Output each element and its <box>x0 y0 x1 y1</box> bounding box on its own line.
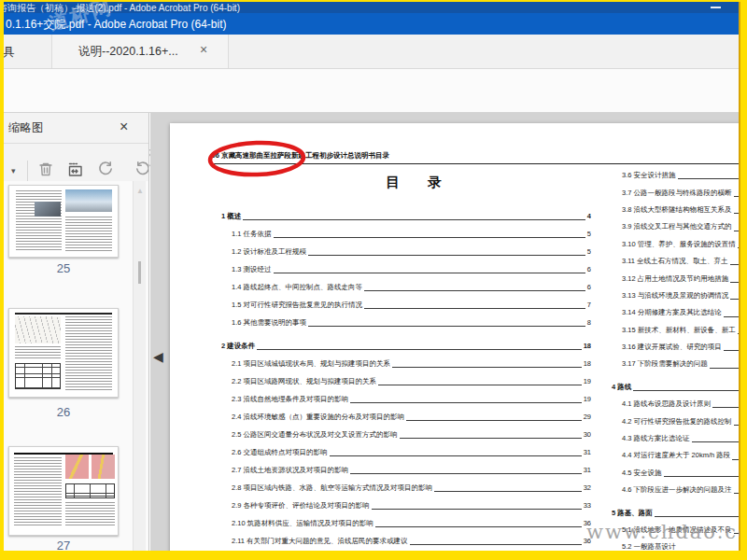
delete-pages-icon[interactable] <box>35 159 56 179</box>
rotate-counterclockwise-icon[interactable] <box>95 159 116 179</box>
toc-entry-page: 7 <box>587 301 591 309</box>
toc-entry[interactable]: 2.7 沿线土地资源状况及对项目的影响31 <box>221 461 591 479</box>
tab-close-icon[interactable]: × <box>200 42 207 57</box>
toc-entry-label: 3.15 新技术、新材料、新设备、新工 <box>622 326 736 335</box>
toc-entry[interactable]: 1.3 测设经过6 <box>221 260 591 278</box>
toc-entry[interactable]: 4.1 路线布设思路及设计原则 <box>612 396 740 413</box>
thumbnails-panel-title: 缩略图 <box>8 120 44 136</box>
toc-entry[interactable]: 4.6 下阶段应进一步解决的问题及注 <box>612 482 740 498</box>
toc-entry-label: 3.6 安全设计措施 <box>622 171 676 180</box>
tab-document[interactable]: 说明--2020.1.16+... × <box>51 35 229 68</box>
toc-leader-line <box>350 473 582 474</box>
toc-entry[interactable]: 1.6 其他需要说明的事项8 <box>221 314 591 331</box>
toc-leader-line <box>655 516 740 517</box>
toc-entry[interactable]: 4.3 路线方案比选论证 <box>612 430 740 447</box>
toc-entry-label: 3.12 占用土地情况及节约用地措施 <box>622 274 728 284</box>
toc-entry[interactable]: 2.9 各种专项评价、评价结论及对项目的影响33 <box>221 497 591 514</box>
toc-entry[interactable]: 2.4 沿线环境敏感（点）重要设施的分布及对项目的影响29 <box>221 408 591 426</box>
toc-entry[interactable]: 2.1 项目区域城镇现状布局、规划与拟建项目的关系18 <box>221 355 591 372</box>
toc-entry[interactable]: 2 建设条件18 <box>221 337 591 355</box>
toc-entry-label: 2.7 沿线土地资源状况及对项目的影响 <box>232 466 348 475</box>
toc-entry[interactable]: 3.11 全线土石方情况、取土、弃土 <box>612 253 740 270</box>
toc-leader-line <box>274 237 585 238</box>
toc-entry-label: 3.16 建议开展试验、研究的项目 <box>622 343 722 352</box>
thumbnail-map-image <box>65 455 88 478</box>
thumbnail-page-number[interactable]: 27 <box>8 539 119 551</box>
tab-tools[interactable]: 工具 <box>4 44 15 61</box>
toc-entry[interactable]: 1.1 任务依据5 <box>221 225 591 243</box>
document-header: G6 京藏高速那曲至拉萨段新建工程初步设计总说明书目录 <box>210 151 389 161</box>
thumbnail-photo <box>65 189 112 212</box>
toc-leader-line <box>633 390 740 391</box>
crop-pages-icon[interactable] <box>65 159 86 179</box>
toc-entry[interactable]: 2.3 沿线自然地理条件及对项目的影响19 <box>221 390 591 408</box>
thumbnail-page-26[interactable] <box>8 308 119 398</box>
toc-entry[interactable]: 3.6 安全设计措施 <box>612 167 740 184</box>
thumbnail-page-27[interactable] <box>8 446 119 536</box>
toc-entry[interactable]: 1 概述4 <box>221 207 591 225</box>
toc-entry-label: 3.9 沿线交叉工程与其他交通方式的 <box>622 222 732 231</box>
toc-entry[interactable]: 3.15 新技术、新材料、新设备、新工 <box>612 322 740 339</box>
thumbnails-panel-header: 缩略图 × <box>4 113 149 144</box>
toc-entry[interactable]: 3.14 分期修建方案及其比选结论 <box>612 304 740 321</box>
toc-leader-line <box>372 509 582 510</box>
toc-entry[interactable]: 3.7 公路一般路段与特殊路段的横断 <box>612 184 740 201</box>
thumbnail-page-25[interactable] <box>8 185 119 258</box>
toc-entry[interactable]: 1.2 设计标准及工程规模5 <box>221 243 591 260</box>
thumbnails-scrollbar[interactable]: ▲ <box>133 181 146 551</box>
minimize-icon[interactable] <box>711 7 721 8</box>
toc-entry[interactable]: 5 路基、路面 <box>612 504 740 521</box>
acrobat-window: 咨询报告（初稿）-报送(2).pdf - Adobe Acrobat Pro (… <box>4 2 740 551</box>
toc-entry-label: 4.4 对运行速度差大于 20km/h 路段 <box>622 451 730 460</box>
thumbnail-photo <box>35 202 61 217</box>
toc-entry[interactable]: 3.8 沿线大型桥隧结构物相互关系及 <box>612 202 740 218</box>
toc-entry[interactable]: 2.2 项目区域路网现状、规划与拟建项目的关系19 <box>221 372 591 390</box>
frame-accent-line <box>739 2 740 551</box>
toc-entry-label: 2.5 公路区间交通量分布状况及对交叉设置方式的影响 <box>232 430 398 440</box>
toc-entry[interactable]: 1.4 路线起终点、中间控制点、路线走向等6 <box>221 278 591 296</box>
toc-entry[interactable]: 2.11 有关部门对重大问题的意见、沿线居民的要求或建议36 <box>221 532 591 550</box>
toc-entry[interactable]: 3.9 沿线交叉工程与其他交通方式的 <box>612 218 740 235</box>
toc-entry[interactable]: 3.13 与沿线环境及景观的协调情况 <box>612 287 740 304</box>
thumbnail-page-number[interactable]: 25 <box>8 261 119 275</box>
toc-entry[interactable]: 3.12 占用土地情况及节约用地措施 <box>612 270 740 287</box>
toc-entry[interactable]: 4.4 对运行速度差大于 20km/h 路段 <box>612 447 740 464</box>
toc-leader-line <box>364 308 585 309</box>
toc-entry[interactable]: 3.16 建议开展试验、研究的项目 <box>612 339 740 356</box>
scrollbar-up-icon[interactable]: ▲ <box>136 187 144 195</box>
toc-entry[interactable]: 1.5 对可行性研究报告批复意见的执行情况7 <box>221 296 591 314</box>
toc-entry-label: 1.1 任务依据 <box>232 230 272 239</box>
panel-close-icon[interactable]: × <box>120 119 128 135</box>
thumbnails-panel: 缩略图 × ▾ <box>4 113 149 551</box>
toc-entry[interactable]: 2.5 公路区间交通量分布状况及对交叉设置方式的影响30 <box>221 426 591 443</box>
main-toolbar: / 182 50% ▾ ▾ ••• <box>4 69 740 113</box>
thumbnail-text-lines <box>65 316 112 390</box>
toc-entry[interactable]: 4.5 安全设施 <box>612 465 740 482</box>
toc-entry[interactable]: 2.6 交通组成特点对项目的影响31 <box>221 443 591 461</box>
panel-collapse-icon[interactable]: ◀ <box>153 349 163 364</box>
toc-entry-label: 4.5 安全设施 <box>622 469 662 478</box>
window-titlebar: 0.1.16+交院.pdf - Adobe Acrobat Pro (64-bi… <box>4 13 740 35</box>
toc-entry[interactable]: 3.10 管理、养护、服务设施的设置情 <box>612 236 740 253</box>
pdf-page[interactable]: G6 京藏高速那曲至拉萨段新建工程初步设计总说明书目录 目 录 1 概述41.1… <box>170 123 740 551</box>
screenshot-frame: 咨询报告（初稿）-报送(2).pdf - Adobe Acrobat Pro (… <box>0 0 747 560</box>
toc-entry[interactable]: 2.8 项目区域内铁路、水路、航空等运输方式情况及对项目的影响32 <box>221 479 591 497</box>
toc-entry-label: 5.2 一般路基设计 <box>622 542 676 551</box>
toc-entry[interactable]: 2.10 筑路材料供应、运输情况及对项目的影响36 <box>221 514 591 532</box>
toc-entry[interactable]: 4 路线 <box>612 379 740 396</box>
toc-entry-label: 5 路基、路面 <box>612 509 653 518</box>
toc-leader-line <box>330 455 582 456</box>
rotate-clockwise-icon[interactable] <box>133 159 149 179</box>
header-rule <box>209 163 740 164</box>
options-dropdown-icon[interactable]: ▾ <box>11 166 16 175</box>
toc-entry-page: 19 <box>584 395 591 403</box>
toc-entry[interactable]: 4.2 可行性研究报告批复的路线控制 <box>612 413 740 429</box>
background-window-title: 咨询报告（初稿）-报送(2).pdf - Adobe Acrobat Pro (… <box>4 2 240 13</box>
toc-leader-line <box>375 526 582 527</box>
toc-entry[interactable]: 3.17 下阶段需要解决的问题 <box>612 356 740 372</box>
scrollbar-thumb[interactable] <box>138 261 141 284</box>
thumbnails-list: 25 26 2 <box>4 181 149 551</box>
thumbnail-page-number[interactable]: 26 <box>8 405 119 419</box>
toc-entry-label: 3.14 分期修建方案及其比选结论 <box>622 308 722 317</box>
toc-entry-label: 2 建设条件 <box>221 342 255 351</box>
